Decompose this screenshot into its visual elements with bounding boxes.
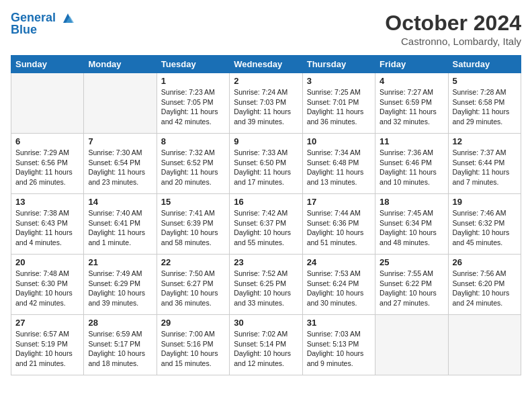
calendar-cell: 23Sunrise: 7:52 AM Sunset: 6:25 PM Dayli… [230,255,302,315]
day-info: Sunrise: 7:23 AM Sunset: 7:05 PM Dayligh… [161,87,225,127]
col-header-monday: Monday [84,56,157,73]
day-number: 7 [88,136,152,146]
day-info: Sunrise: 7:46 AM Sunset: 6:32 PM Dayligh… [453,208,517,248]
calendar-cell: 30Sunrise: 7:02 AM Sunset: 5:14 PM Dayli… [230,315,302,375]
title-area: October 2024 Castronno, Lombardy, Italy [385,11,521,47]
day-number: 8 [161,136,225,146]
day-info: Sunrise: 6:57 AM Sunset: 5:19 PM Dayligh… [15,329,79,369]
calendar-cell [11,73,84,134]
calendar-cell: 10Sunrise: 7:34 AM Sunset: 6:48 PM Dayli… [302,134,375,194]
calendar-cell [375,315,448,375]
day-info: Sunrise: 7:00 AM Sunset: 5:16 PM Dayligh… [161,329,225,369]
calendar-cell: 4Sunrise: 7:27 AM Sunset: 6:59 PM Daylig… [375,73,448,134]
day-info: Sunrise: 7:38 AM Sunset: 6:43 PM Dayligh… [15,208,79,248]
calendar-cell: 21Sunrise: 7:49 AM Sunset: 6:29 PM Dayli… [84,255,157,315]
week-row-0: 1Sunrise: 7:23 AM Sunset: 7:05 PM Daylig… [11,73,521,134]
calendar-cell: 8Sunrise: 7:32 AM Sunset: 6:52 PM Daylig… [157,134,229,194]
calendar-cell: 15Sunrise: 7:41 AM Sunset: 6:39 PM Dayli… [157,194,229,255]
calendar-cell: 31Sunrise: 7:03 AM Sunset: 5:13 PM Dayli… [302,315,375,375]
day-number: 29 [161,318,225,328]
calendar-cell: 24Sunrise: 7:53 AM Sunset: 6:24 PM Dayli… [302,255,375,315]
day-info: Sunrise: 7:28 AM Sunset: 6:58 PM Dayligh… [453,87,517,127]
calendar-cell: 28Sunrise: 6:59 AM Sunset: 5:17 PM Dayli… [84,315,157,375]
calendar-cell: 16Sunrise: 7:42 AM Sunset: 6:37 PM Dayli… [230,194,302,255]
calendar-body: 1Sunrise: 7:23 AM Sunset: 7:05 PM Daylig… [11,73,521,375]
day-number: 26 [453,257,517,267]
day-number: 17 [307,197,371,207]
day-info: Sunrise: 7:50 AM Sunset: 6:27 PM Dayligh… [161,269,225,308]
logo-general: General [11,11,56,24]
day-info: Sunrise: 7:24 AM Sunset: 7:03 PM Dayligh… [234,87,298,127]
day-info: Sunrise: 7:33 AM Sunset: 6:50 PM Dayligh… [234,148,298,187]
calendar-cell: 17Sunrise: 7:44 AM Sunset: 6:36 PM Dayli… [302,194,375,255]
day-number: 15 [161,197,225,207]
calendar-cell: 26Sunrise: 7:56 AM Sunset: 6:20 PM Dayli… [448,255,521,315]
col-header-saturday: Saturday [448,56,521,73]
day-number: 10 [307,136,371,146]
day-info: Sunrise: 7:32 AM Sunset: 6:52 PM Dayligh… [161,148,225,187]
col-header-friday: Friday [375,56,448,73]
day-number: 14 [88,197,152,207]
calendar-cell: 12Sunrise: 7:37 AM Sunset: 6:44 PM Dayli… [448,134,521,194]
calendar-cell: 18Sunrise: 7:45 AM Sunset: 6:34 PM Dayli… [375,194,448,255]
day-info: Sunrise: 7:02 AM Sunset: 5:14 PM Dayligh… [234,329,298,369]
calendar-cell: 25Sunrise: 7:55 AM Sunset: 6:22 PM Dayli… [375,255,448,315]
calendar-cell: 5Sunrise: 7:28 AM Sunset: 6:58 PM Daylig… [448,73,521,134]
col-header-thursday: Thursday [302,56,375,73]
logo: General Blue [11,11,75,37]
day-info: Sunrise: 7:44 AM Sunset: 6:36 PM Dayligh… [307,208,371,248]
day-info: Sunrise: 7:45 AM Sunset: 6:34 PM Dayligh… [380,208,443,248]
day-info: Sunrise: 7:55 AM Sunset: 6:22 PM Dayligh… [380,269,443,308]
day-number: 11 [380,136,443,146]
calendar-table: SundayMondayTuesdayWednesdayThursdayFrid… [11,55,521,375]
day-number: 2 [234,76,298,86]
day-number: 9 [234,136,298,146]
calendar-header-row: SundayMondayTuesdayWednesdayThursdayFrid… [11,56,521,73]
week-row-2: 13Sunrise: 7:38 AM Sunset: 6:43 PM Dayli… [11,194,521,255]
day-number: 20 [15,257,79,267]
calendar-cell: 1Sunrise: 7:23 AM Sunset: 7:05 PM Daylig… [157,73,229,134]
week-row-3: 20Sunrise: 7:48 AM Sunset: 6:30 PM Dayli… [11,255,521,315]
day-number: 16 [234,197,298,207]
location-title: Castronno, Lombardy, Italy [385,36,521,47]
day-number: 12 [453,136,517,146]
day-info: Sunrise: 7:30 AM Sunset: 6:54 PM Dayligh… [88,148,152,187]
calendar-cell: 9Sunrise: 7:33 AM Sunset: 6:50 PM Daylig… [230,134,302,194]
day-number: 28 [88,318,152,328]
col-header-wednesday: Wednesday [230,56,302,73]
logo-icon [60,11,75,26]
calendar-cell: 14Sunrise: 7:40 AM Sunset: 6:41 PM Dayli… [84,194,157,255]
day-number: 31 [307,318,371,328]
day-info: Sunrise: 7:56 AM Sunset: 6:20 PM Dayligh… [453,269,517,308]
col-header-tuesday: Tuesday [157,56,229,73]
day-info: Sunrise: 7:40 AM Sunset: 6:41 PM Dayligh… [88,208,152,248]
day-number: 25 [380,257,443,267]
day-info: Sunrise: 6:59 AM Sunset: 5:17 PM Dayligh… [88,329,152,369]
day-number: 21 [88,257,152,267]
month-title: October 2024 [385,11,521,36]
week-row-1: 6Sunrise: 7:29 AM Sunset: 6:56 PM Daylig… [11,134,521,194]
calendar-cell: 6Sunrise: 7:29 AM Sunset: 6:56 PM Daylig… [11,134,84,194]
day-info: Sunrise: 7:42 AM Sunset: 6:37 PM Dayligh… [234,208,298,248]
day-info: Sunrise: 7:41 AM Sunset: 6:39 PM Dayligh… [161,208,225,248]
calendar-cell: 13Sunrise: 7:38 AM Sunset: 6:43 PM Dayli… [11,194,84,255]
day-number: 4 [380,76,443,86]
calendar-cell [448,315,521,375]
day-number: 24 [307,257,371,267]
day-number: 23 [234,257,298,267]
day-info: Sunrise: 7:27 AM Sunset: 6:59 PM Dayligh… [380,87,443,127]
calendar-cell: 3Sunrise: 7:25 AM Sunset: 7:01 PM Daylig… [302,73,375,134]
day-number: 18 [380,197,443,207]
day-number: 19 [453,197,517,207]
calendar-cell: 22Sunrise: 7:50 AM Sunset: 6:27 PM Dayli… [157,255,229,315]
calendar-cell [84,73,157,134]
day-number: 5 [453,76,517,86]
calendar-cell: 7Sunrise: 7:30 AM Sunset: 6:54 PM Daylig… [84,134,157,194]
day-number: 13 [15,197,79,207]
day-info: Sunrise: 7:34 AM Sunset: 6:48 PM Dayligh… [307,148,371,187]
calendar-cell: 2Sunrise: 7:24 AM Sunset: 7:03 PM Daylig… [230,73,302,134]
week-row-4: 27Sunrise: 6:57 AM Sunset: 5:19 PM Dayli… [11,315,521,375]
day-info: Sunrise: 7:03 AM Sunset: 5:13 PM Dayligh… [307,329,371,369]
day-info: Sunrise: 7:52 AM Sunset: 6:25 PM Dayligh… [234,269,298,308]
day-number: 1 [161,76,225,86]
